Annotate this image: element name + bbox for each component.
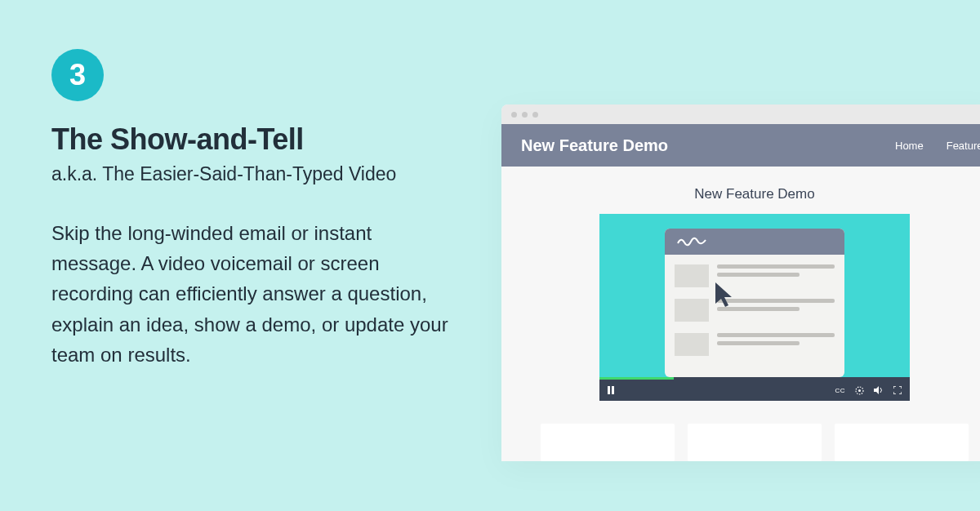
list-item — [675, 264, 835, 287]
video-player[interactable]: CC — [599, 214, 910, 401]
fullscreen-icon[interactable] — [893, 386, 902, 394]
cards-row — [541, 424, 969, 461]
list-item — [675, 333, 835, 356]
content-panel: 3 The Show-and-Tell a.k.a. The Easier-Sa… — [51, 49, 452, 370]
thumbnail-placeholder — [675, 264, 709, 287]
panel-body — [665, 255, 844, 377]
video-progress-bar[interactable] — [599, 377, 910, 380]
text-line — [717, 264, 835, 269]
section-subtitle: a.k.a. The Easier-Said-Than-Typed Video — [51, 163, 452, 185]
cc-icon[interactable]: CC — [835, 387, 845, 394]
thumbnail-placeholder — [675, 299, 709, 322]
traffic-dot-green — [532, 112, 538, 118]
site-header: New Feature Demo Home Features — [501, 124, 980, 167]
signature-squiggle-icon — [676, 235, 709, 248]
header-title: New Feature Demo — [521, 136, 668, 155]
cursor-icon — [714, 281, 738, 310]
text-line — [717, 273, 800, 277]
nav-home[interactable]: Home — [895, 140, 924, 152]
card-placeholder — [541, 424, 675, 461]
browser-chrome — [501, 104, 980, 124]
video-content-panel — [665, 229, 844, 377]
traffic-dot-yellow — [522, 112, 528, 118]
card-placeholder — [688, 424, 822, 461]
svg-rect-0 — [608, 386, 610, 394]
header-nav: Home Features — [895, 140, 980, 152]
text-lines — [717, 333, 835, 345]
video-progress-fill — [599, 377, 674, 380]
panel-header — [665, 229, 844, 255]
settings-icon[interactable] — [855, 386, 864, 395]
section-title: The Show-and-Tell — [51, 122, 452, 157]
text-line — [717, 341, 800, 345]
svg-point-3 — [858, 389, 861, 392]
svg-rect-1 — [612, 386, 614, 394]
number-badge: 3 — [51, 49, 104, 101]
browser-mockup: New Feature Demo Home Features New Featu… — [501, 104, 980, 461]
section-body: Skip the long-winded email or instant me… — [51, 218, 452, 370]
page-heading: New Feature Demo — [694, 186, 814, 202]
text-lines — [717, 264, 835, 277]
list-item — [675, 299, 835, 322]
page-body: New Feature Demo — [501, 167, 980, 461]
pause-icon[interactable] — [608, 386, 614, 394]
badge-number: 3 — [69, 58, 86, 92]
thumbnail-placeholder — [675, 333, 709, 356]
card-placeholder — [835, 424, 969, 461]
text-line — [717, 333, 835, 337]
traffic-dot-red — [511, 112, 517, 118]
video-controls: CC — [599, 380, 910, 401]
nav-features[interactable]: Features — [947, 140, 980, 152]
volume-icon[interactable] — [874, 386, 884, 394]
